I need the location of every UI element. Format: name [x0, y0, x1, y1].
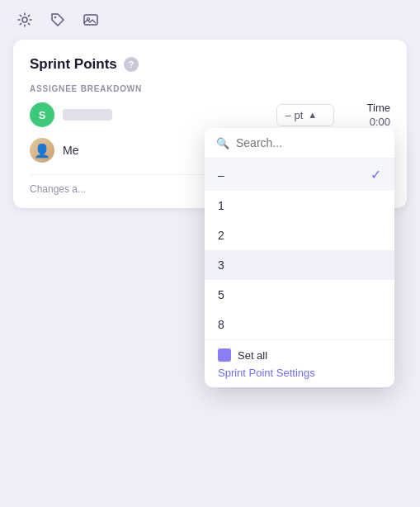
sprint-dropdown: 🔍 – ✓ 1 2 3 5 8 Set all Sprint Point Set… — [205, 128, 394, 387]
time-value: 0:00 — [370, 116, 390, 128]
dropdown-item-label-3: 3 — [218, 258, 224, 272]
avatar-me: 👤 — [30, 138, 54, 163]
help-icon[interactable]: ? — [124, 57, 139, 72]
time-section: Time 0:00 — [367, 102, 390, 128]
toolbar — [0, 0, 420, 40]
dropdown-item-label-1: 1 — [218, 199, 224, 212]
chevron-up-icon: ▲ — [308, 110, 317, 120]
dropdown-item-1[interactable]: 1 — [205, 191, 394, 220]
sprint-value-1: – pt — [286, 109, 304, 121]
dropdown-item-3[interactable]: 3 — [205, 250, 394, 280]
tag-icon[interactable] — [46, 8, 69, 31]
dropdown-item-8[interactable]: 8 — [205, 310, 394, 339]
check-mark-icon: ✓ — [370, 167, 381, 182]
sprint-settings-link[interactable]: Sprint Point Settings — [218, 367, 381, 379]
dropdown-footer: Set all Sprint Point Settings — [205, 339, 394, 387]
sprint-selector-1[interactable]: – pt ▲ — [276, 104, 334, 126]
set-all-icon — [218, 348, 231, 362]
set-all-label: Set all — [238, 349, 267, 362]
assignee-info-1: S — [30, 102, 112, 127]
assignee-name-blurred — [63, 109, 112, 121]
dropdown-item-5[interactable]: 5 — [205, 280, 394, 310]
card-title: Sprint Points ? — [30, 56, 390, 73]
assignee-info-2: 👤 Me — [30, 138, 78, 163]
dropdown-item-label-2: 2 — [218, 229, 224, 242]
card-title-text: Sprint Points — [30, 56, 117, 73]
section-label: ASSIGNEE BREAKDOWN — [30, 84, 390, 93]
dropdown-item-dash[interactable]: – ✓ — [205, 159, 394, 191]
time-header: Time — [367, 102, 390, 114]
assignee-name-me: Me — [63, 144, 78, 157]
dropdown-item-label-8: 8 — [218, 318, 224, 331]
svg-point-0 — [22, 17, 27, 22]
search-icon: 🔍 — [216, 137, 229, 149]
svg-point-1 — [54, 17, 56, 18]
avatar-s: S — [30, 102, 54, 127]
assignee-row-1: S – pt ▲ Time 0:00 — [30, 102, 390, 128]
set-all-row[interactable]: Set all — [218, 348, 381, 362]
search-box: 🔍 — [205, 128, 394, 159]
search-input[interactable] — [236, 136, 383, 149]
settings-wheel-icon[interactable] — [13, 8, 36, 31]
dropdown-item-label-5: 5 — [218, 288, 224, 301]
image-icon[interactable] — [79, 8, 102, 31]
dropdown-item-label-dash: – — [218, 168, 224, 182]
dropdown-item-2[interactable]: 2 — [205, 220, 394, 250]
